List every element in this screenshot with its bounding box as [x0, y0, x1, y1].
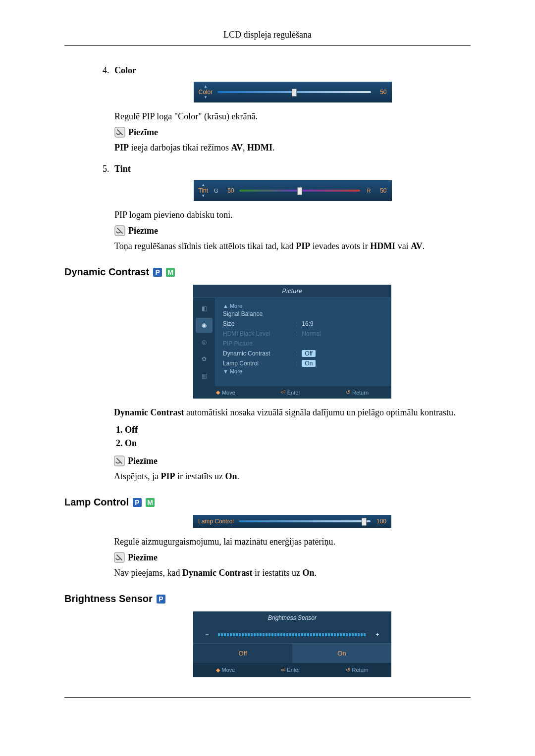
- color-desc: Regulē PIP loga "Color" (krāsu) ekrānā.: [114, 111, 471, 122]
- dynamic-menu-row: HDMI Black Level:Normal: [223, 329, 383, 339]
- dynamic-menu-row: Signal Balance: [223, 309, 383, 319]
- p-badge-icon: P: [157, 595, 165, 604]
- lamp-slider-label: Lamp Control: [198, 518, 234, 525]
- arrow-down-icon: ▼: [204, 96, 208, 100]
- tint-note-row: Piezīme: [114, 225, 471, 236]
- item-tint-title: Tint: [114, 164, 471, 174]
- lamp-slider-thumb: [362, 518, 367, 526]
- tint-slider-thumb: [297, 187, 302, 195]
- tint-note-text: Toņa regulēšanas slīdnis tiek attēlots t…: [114, 241, 471, 252]
- menu-icon-picture: ◉: [196, 318, 213, 333]
- tint-slider-label: Tint: [199, 188, 209, 194]
- note-icon: [114, 552, 125, 563]
- p-badge-icon: P: [133, 498, 142, 507]
- color-slider-value: 50: [376, 89, 387, 96]
- arrow-up-icon: ▲: [204, 85, 208, 89]
- tint-r-value: 50: [376, 187, 387, 194]
- menu-icon-multi: ▥: [196, 368, 213, 383]
- dynamic-menu-figure: Picture ◧ ◉ ◎ ✿ ▥ ▲ More Signal BalanceS…: [193, 285, 391, 399]
- dynamic-more-up: ▲ More: [223, 303, 383, 309]
- item-color-title: Color: [114, 65, 471, 76]
- p-badge-icon: P: [153, 268, 162, 277]
- dynamic-menu-title: Picture: [193, 285, 391, 298]
- color-slider-label: Color: [199, 89, 213, 95]
- page-header: LCD displeja regulēšana: [64, 30, 471, 46]
- heading-dynamic-contrast: Dynamic Contrast P M: [64, 266, 471, 278]
- arrow-down-icon: ▼: [201, 194, 205, 198]
- note-icon: [114, 225, 125, 236]
- dynamic-menu-sidebar: ◧ ◉ ◎ ✿ ▥: [193, 298, 215, 386]
- brightness-on-option: On: [292, 644, 391, 663]
- brightness-menu-title: Brightness Sensor: [193, 611, 391, 624]
- dynamic-menu-footer: ◆Move ⏎Enter ↺Return: [193, 386, 391, 399]
- note-icon: [114, 127, 125, 138]
- dynamic-option-on: On: [125, 438, 471, 449]
- color-note-row: Piezīme: [114, 127, 471, 138]
- lamp-note-label: Piezīme: [128, 553, 158, 563]
- plus-icon: +: [374, 631, 381, 638]
- lamp-slider-track: [239, 520, 371, 522]
- color-note-label: Piezīme: [128, 127, 158, 138]
- item-color: Color ▲ Color ▼ 50 Regulē PIP loga "Colo…: [111, 65, 471, 153]
- note-icon: [114, 455, 125, 466]
- tint-r-label: R: [367, 188, 371, 194]
- dynamic-menu-row: Size:16:9: [223, 319, 383, 329]
- dynamic-menu-row: Lamp Control:On: [223, 358, 383, 368]
- dynamic-note-text: Atspējots, ja PIP ir iestatīts uz On.: [114, 471, 471, 482]
- lamp-desc: Regulē aizmugurgaismojumu, lai mazinātu …: [114, 537, 471, 547]
- menu-icon-setup: ✿: [196, 352, 213, 366]
- tint-g-label: G: [214, 188, 218, 194]
- brightness-track: [218, 633, 367, 636]
- dynamic-menu-row: PIP Picture: [223, 339, 383, 349]
- tint-slider-track: [239, 190, 360, 192]
- brightness-off-option: Off: [193, 644, 292, 663]
- dynamic-menu-row: Dynamic Contrast:Off: [223, 349, 383, 358]
- lamp-slider-value: 100: [375, 518, 386, 525]
- m-badge-icon: M: [146, 498, 155, 507]
- dynamic-desc: Dynamic Contrast automātiski nosaka vizu…: [114, 407, 471, 418]
- dynamic-note-label: Piezīme: [128, 456, 158, 466]
- heading-lamp-control: Lamp Control P M: [64, 497, 471, 508]
- minus-icon: −: [203, 631, 211, 638]
- dynamic-more-down: ▼ More: [223, 368, 383, 374]
- m-badge-icon: M: [166, 268, 175, 277]
- color-slider-figure: ▲ Color ▼ 50: [194, 82, 392, 102]
- dynamic-note-row: Piezīme: [114, 455, 471, 466]
- menu-icon-input: ◧: [196, 301, 213, 316]
- item-tint: Tint ▲ Tint ▼ G 50 R 50 PIP logam pievie…: [111, 164, 471, 252]
- dynamic-option-off: Off: [125, 425, 471, 435]
- menu-icon-sound: ◎: [196, 335, 213, 350]
- heading-brightness-sensor: Brightness Sensor P: [64, 593, 471, 605]
- color-slider-track: [217, 91, 371, 93]
- dynamic-options-list: Off On: [125, 425, 471, 449]
- lamp-note-row: Piezīme: [114, 552, 471, 563]
- lamp-note-text: Nav pieejams, kad Dynamic Contrast ir ie…: [114, 568, 471, 578]
- tint-g-value: 50: [223, 187, 234, 194]
- brightness-menu-footer: ◆ Move ⏎ Enter ↺ Return: [193, 663, 391, 677]
- lamp-slider-figure: Lamp Control 100: [193, 515, 391, 528]
- arrow-up-icon: ▲: [201, 183, 205, 187]
- footer-rule: [64, 697, 471, 698]
- tint-slider-figure: ▲ Tint ▼ G 50 R 50: [194, 180, 392, 201]
- color-slider-thumb: [292, 89, 297, 97]
- color-note-text: PIP ieeja darbojas tikai režīmos AV, HDM…: [114, 143, 471, 153]
- tint-note-label: Piezīme: [128, 226, 158, 236]
- brightness-menu-figure: Brightness Sensor − + Off On ◆ Move ⏎ En…: [193, 611, 391, 677]
- tint-desc: PIP logam pievieno dabisku toni.: [114, 210, 471, 220]
